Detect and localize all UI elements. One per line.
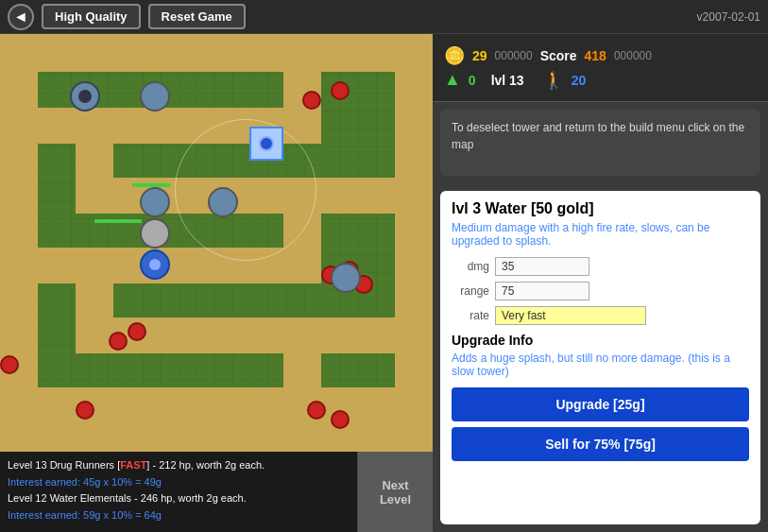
dmg-label: dmg xyxy=(452,260,489,273)
score-dim: 000000 xyxy=(614,49,652,62)
path-v-right xyxy=(395,34,433,452)
dmg-row: dmg xyxy=(452,257,749,276)
arrow-value: 0 xyxy=(469,73,476,88)
path-v4 xyxy=(76,248,113,353)
tower-5[interactable] xyxy=(140,218,170,249)
rate-input[interactable] xyxy=(495,306,646,325)
upgrade-button[interactable]: Upgrade [25g] xyxy=(452,387,749,421)
path-v-left xyxy=(0,34,38,452)
interest13-line: Interest earned: 45g x 10% = 49g xyxy=(8,474,350,491)
path-top xyxy=(0,34,433,72)
tower-description: Medium damage with a high fire rate, slo… xyxy=(452,221,749,248)
arrow-icon: ▲ xyxy=(444,70,461,90)
dmg-input[interactable] xyxy=(495,257,589,276)
reset-button[interactable]: Reset Game xyxy=(148,4,246,29)
person-value: 20 xyxy=(572,73,587,88)
right-panel: 🪙 29 000000 Score 418 000000 ▲ 0 lvl 13 … xyxy=(433,34,768,532)
score-label: Score xyxy=(540,48,577,63)
path-v1 xyxy=(283,34,321,144)
water-tower[interactable] xyxy=(140,249,170,280)
gold-value: 29 xyxy=(472,48,487,63)
tower-1[interactable] xyxy=(70,81,100,112)
rate-label: rate xyxy=(452,309,489,322)
path-h6 xyxy=(0,423,433,452)
enemy-8 xyxy=(0,355,19,374)
enemy-2 xyxy=(331,81,350,100)
back-button[interactable]: ◄ xyxy=(8,4,34,30)
score-value: 418 xyxy=(585,48,606,63)
enemy-7 xyxy=(128,322,146,341)
top-bar: ◄ High Quality Reset Game v2007-02-01 xyxy=(0,0,768,34)
main-content: Level 13 Drug Runners [FAST] - 212 hp, w… xyxy=(0,34,768,532)
tower-3[interactable] xyxy=(140,187,170,217)
path-h5 xyxy=(0,387,433,423)
tower-panel: lvl 3 Water [50 gold] Medium damage with… xyxy=(440,191,760,524)
upgrade-info-title: Upgrade Info xyxy=(452,333,749,348)
path-v2 xyxy=(76,108,113,214)
level-value: lvl 13 xyxy=(491,73,524,88)
stats-bar: 🪙 29 000000 Score 418 000000 ▲ 0 lvl 13 … xyxy=(433,34,768,102)
health-bar-1 xyxy=(132,183,170,187)
status-bar: Level 13 Drug Runners [FAST] - 212 hp, w… xyxy=(0,452,433,532)
status-text: Level 13 Drug Runners [FAST] - 212 hp, w… xyxy=(0,452,357,532)
version-label: v2007-02-01 xyxy=(697,10,760,24)
tower-6[interactable] xyxy=(331,263,361,293)
range-row: range xyxy=(452,282,749,300)
enemy-1 xyxy=(302,91,321,110)
next-level-button[interactable]: NextLevel xyxy=(357,452,433,532)
level13-line: Level 13 Drug Runners [FAST] - 212 hp, w… xyxy=(8,457,350,474)
health-bar-2 xyxy=(94,219,142,223)
game-canvas[interactable] xyxy=(0,34,433,452)
path-v3 xyxy=(283,178,321,283)
info-box: To deselect tower and return to the buil… xyxy=(440,110,760,176)
quality-button[interactable]: High Quality xyxy=(42,4,141,29)
selected-tower[interactable] xyxy=(249,127,283,161)
range-label: range xyxy=(452,284,489,298)
interest12-line: Interest earned: 59g x 10% = 64g xyxy=(8,507,350,524)
tower-4[interactable] xyxy=(208,187,238,217)
sell-button[interactable]: Sell for 75% [75g] xyxy=(452,427,749,461)
game-area: Level 13 Drug Runners [FAST] - 212 hp, w… xyxy=(0,34,433,532)
level12-line: Level 12 Water Elementals - 246 hp, wort… xyxy=(8,490,350,507)
person-icon: 🚶 xyxy=(543,70,564,91)
rate-row: rate xyxy=(452,306,749,325)
upgrade-info-desc: Adds a huge splash, but still no more da… xyxy=(452,352,749,378)
range-input[interactable] xyxy=(495,282,589,300)
tower-title: lvl 3 Water [50 gold] xyxy=(452,200,749,217)
enemy-9 xyxy=(76,401,94,420)
enemy-10 xyxy=(307,401,326,420)
enemy-11 xyxy=(331,410,350,429)
gold-dim: 000000 xyxy=(495,49,533,62)
enemy-6 xyxy=(109,332,128,351)
tower-2[interactable] xyxy=(140,81,170,112)
gold-icon: 🪙 xyxy=(444,45,465,66)
